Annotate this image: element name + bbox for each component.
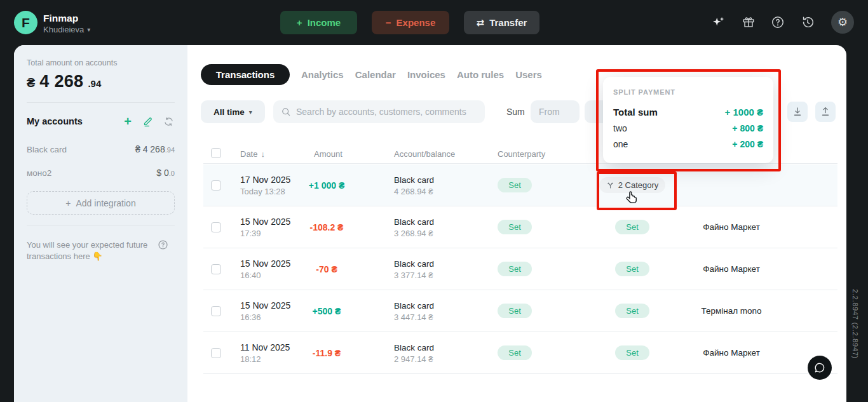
counterparty-set-badge[interactable]: Set xyxy=(498,304,532,318)
column-header-amount[interactable]: Amount xyxy=(314,149,342,159)
row-date: 11 Nov 2025 xyxy=(240,342,290,352)
row-amount: -11.9 ₴ xyxy=(288,332,365,373)
divider xyxy=(27,102,175,103)
add-account-button[interactable]: + xyxy=(121,115,134,128)
row-date-cell: 15 Nov 2025 16:40 xyxy=(240,258,290,280)
sidebar: Total amount on accounts ₴ 4 268 .94 My … xyxy=(14,45,187,402)
row-date-cell: 17 Nov 2025 Today 13:28 xyxy=(240,175,290,196)
row-amount: +1 000 ₴ xyxy=(288,164,365,206)
minus-icon: − xyxy=(386,17,391,28)
tab-users[interactable]: Users xyxy=(515,69,542,80)
row-account: Black card xyxy=(394,342,434,352)
settings-button[interactable]: ⚙ xyxy=(831,11,854,34)
column-header-account[interactable]: Account/balance xyxy=(394,149,455,159)
period-filter-label: All time xyxy=(214,107,245,117)
category-split-pill[interactable]: 2 Category xyxy=(599,177,666,193)
tab-list: Analytics Calendar Invoices Auto rules U… xyxy=(301,64,542,85)
row-account-cell: Black card 4 268.94 ₴ xyxy=(394,175,434,196)
download-icon xyxy=(792,106,803,117)
table-row[interactable]: 17 Nov 2025 Today 13:28 +1 000 ₴ Black c… xyxy=(203,164,837,206)
row-time: Today 13:28 xyxy=(240,187,290,196)
help-circle-icon[interactable] xyxy=(158,239,168,250)
row-checkbox[interactable] xyxy=(211,180,221,191)
split-value: + 200 ₴ xyxy=(732,139,763,149)
table-row[interactable]: 15 Nov 2025 17:39 -108.2 ₴ Black card 3 … xyxy=(203,206,837,248)
account-row-black-card[interactable]: Black card ₴ 4 268 .94 xyxy=(27,144,175,154)
row-checkbox[interactable] xyxy=(211,306,221,316)
table-row[interactable]: 15 Nov 2025 16:36 +500 ₴ Black card 3 44… xyxy=(203,290,837,332)
period-filter[interactable]: All time ▾ xyxy=(201,100,265,123)
row-time: 18:12 xyxy=(240,354,290,364)
row-counterparty-cell: Set xyxy=(483,164,546,206)
tab-auto-rules[interactable]: Auto rules xyxy=(457,69,504,80)
row-description: Файно Маркет xyxy=(674,206,789,248)
income-button[interactable]: + Income xyxy=(280,11,357,34)
column-header-date[interactable]: Date ↓ xyxy=(240,149,265,159)
row-counterparty-cell: Set xyxy=(483,332,546,373)
table-row[interactable]: 11 Nov 2025 18:12 -11.9 ₴ Black card 2 9… xyxy=(203,332,837,374)
workspace-switcher[interactable]: Khudieieva ▾ xyxy=(43,25,90,34)
tab-calendar[interactable]: Calendar xyxy=(355,69,396,80)
account-row-mono2[interactable]: моно2 $ 0 .0 xyxy=(27,168,175,178)
transfer-button[interactable]: ⇄ Transfer xyxy=(464,11,539,34)
category-set-badge[interactable]: Set xyxy=(615,345,649,360)
total-fraction: .94 xyxy=(88,78,101,89)
counterparty-set-badge[interactable]: Set xyxy=(498,220,532,234)
row-category-cell: Set Set xyxy=(588,332,677,373)
topbar: F Finmap Khudieieva ▾ + Income − Expense… xyxy=(0,0,868,45)
export-button[interactable] xyxy=(815,102,836,122)
total-amount-value: ₴ 4 268 .94 xyxy=(27,72,101,91)
tab-invoices[interactable]: Invoices xyxy=(407,69,445,80)
row-description xyxy=(674,164,789,206)
tab-analytics[interactable]: Analytics xyxy=(301,69,344,80)
sum-from-input[interactable] xyxy=(539,107,571,117)
category-set-badge[interactable]: Set xyxy=(615,220,649,234)
split-label: two xyxy=(613,123,627,133)
account-name: Black card xyxy=(27,145,135,154)
add-integration-button[interactable]: + Add integration xyxy=(27,191,175,215)
row-account-cell: Black card 2 947.14 ₴ xyxy=(394,342,434,363)
currency-symbol: ₴ xyxy=(27,76,35,90)
row-time: 16:36 xyxy=(240,312,290,322)
split-payment-popup: SPLIT PAYMENT Total sum + 1000 ₴ two + 8… xyxy=(603,77,773,163)
brand-title: Finmap xyxy=(43,13,78,24)
counterparty-set-badge[interactable]: Set xyxy=(498,178,532,192)
row-date: 17 Nov 2025 xyxy=(240,175,290,185)
tab-transactions[interactable]: Transactions xyxy=(201,64,290,85)
split-label: Total sum xyxy=(613,107,658,117)
column-header-counterparty[interactable]: Counterparty xyxy=(498,149,545,159)
logo-letter: F xyxy=(22,15,30,30)
search-input[interactable] xyxy=(296,107,477,117)
gift-icon[interactable] xyxy=(741,15,756,30)
row-account: Black card xyxy=(394,300,434,310)
account-balance-fraction: .94 xyxy=(165,146,175,154)
category-pill-label: 2 Category xyxy=(618,180,659,190)
expense-button[interactable]: − Expense xyxy=(372,11,449,34)
account-balance-fraction: .0 xyxy=(169,170,175,177)
history-icon[interactable] xyxy=(800,15,815,30)
category-set-badge[interactable]: Set xyxy=(615,262,649,276)
row-checkbox[interactable] xyxy=(211,348,221,358)
row-balance: 3 377.14 ₴ xyxy=(394,270,434,279)
row-checkbox[interactable] xyxy=(211,222,221,232)
help-icon[interactable] xyxy=(770,15,785,30)
table-row[interactable]: 15 Nov 2025 16:40 -70 ₴ Black card 3 377… xyxy=(203,248,837,290)
import-button[interactable] xyxy=(787,102,808,122)
counterparty-set-badge[interactable]: Set xyxy=(498,345,532,360)
row-account-cell: Black card 3 377.14 ₴ xyxy=(394,258,434,279)
support-chat-button[interactable] xyxy=(808,356,832,380)
plus-icon: + xyxy=(65,198,71,208)
row-time: 16:40 xyxy=(240,271,290,280)
row-date: 15 Nov 2025 xyxy=(240,258,290,269)
split-payment-title: SPLIT PAYMENT xyxy=(613,88,763,96)
row-time: 17:39 xyxy=(240,229,290,238)
category-set-badge[interactable]: Set xyxy=(615,304,649,318)
edit-accounts-button[interactable] xyxy=(142,115,154,128)
finmap-logo[interactable]: F xyxy=(14,11,37,34)
select-all-checkbox[interactable] xyxy=(211,148,221,158)
refresh-accounts-button[interactable] xyxy=(162,115,175,128)
counterparty-set-badge[interactable]: Set xyxy=(498,262,532,276)
sparkles-icon[interactable] xyxy=(711,15,726,30)
row-checkbox[interactable] xyxy=(211,264,221,274)
split-value: + 1000 ₴ xyxy=(725,107,763,117)
